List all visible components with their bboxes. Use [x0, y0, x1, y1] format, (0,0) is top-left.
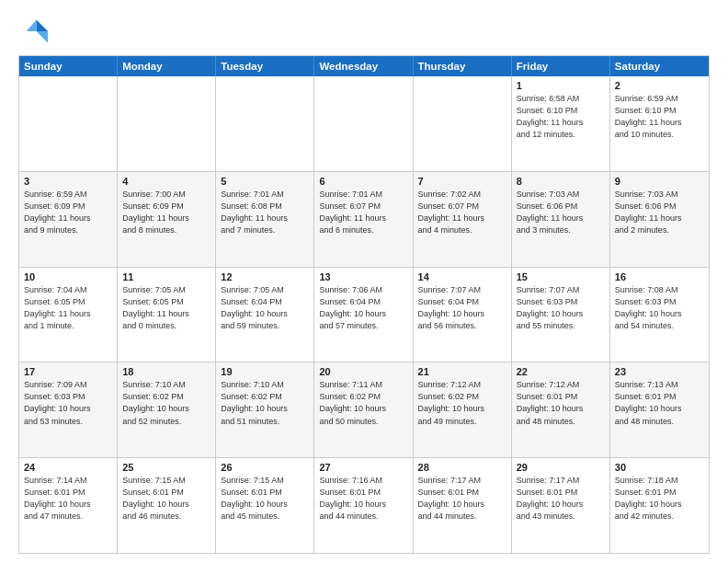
day-number: 12 [221, 271, 309, 282]
day-info: Sunrise: 7:06 AM Sunset: 6:04 PM Dayligh… [319, 284, 407, 332]
day-info: Sunrise: 7:09 AM Sunset: 6:03 PM Dayligh… [24, 379, 112, 427]
day-number: 26 [221, 462, 309, 473]
calendar-row: 10Sunrise: 7:04 AM Sunset: 6:05 PM Dayli… [19, 267, 709, 362]
calendar-cell: 16Sunrise: 7:08 AM Sunset: 6:03 PM Dayli… [610, 268, 709, 362]
day-info: Sunrise: 6:59 AM Sunset: 6:09 PM Dayligh… [24, 189, 112, 236]
calendar-row: 17Sunrise: 7:09 AM Sunset: 6:03 PM Dayli… [19, 362, 709, 457]
calendar-cell: 21Sunrise: 7:12 AM Sunset: 6:02 PM Dayli… [414, 362, 512, 457]
calendar-cell: 23Sunrise: 7:13 AM Sunset: 6:01 PM Dayli… [610, 362, 709, 457]
calendar-cell: 25Sunrise: 7:15 AM Sunset: 6:01 PM Dayli… [118, 458, 216, 553]
day-info: Sunrise: 7:01 AM Sunset: 6:07 PM Dayligh… [319, 189, 407, 236]
day-info: Sunrise: 7:18 AM Sunset: 6:01 PM Dayligh… [615, 475, 704, 523]
calendar-cell: 29Sunrise: 7:17 AM Sunset: 6:01 PM Dayli… [512, 458, 610, 553]
calendar-cell: 4Sunrise: 7:00 AM Sunset: 6:09 PM Daylig… [118, 172, 216, 267]
day-number: 23 [615, 366, 704, 377]
calendar-cell: 12Sunrise: 7:05 AM Sunset: 6:04 PM Dayli… [216, 268, 314, 362]
svg-marker-1 [37, 31, 48, 42]
calendar-cell: 30Sunrise: 7:18 AM Sunset: 6:01 PM Dayli… [610, 458, 709, 553]
day-number: 21 [418, 366, 506, 377]
day-number: 6 [319, 176, 407, 187]
header [18, 17, 710, 46]
calendar-cell: 27Sunrise: 7:16 AM Sunset: 6:01 PM Dayli… [314, 458, 413, 553]
day-number: 27 [319, 462, 407, 473]
day-number: 9 [615, 176, 704, 187]
day-number: 28 [418, 462, 506, 473]
day-number: 22 [517, 366, 605, 377]
calendar-cell: 17Sunrise: 7:09 AM Sunset: 6:03 PM Dayli… [19, 362, 118, 457]
day-info: Sunrise: 7:08 AM Sunset: 6:03 PM Dayligh… [615, 284, 704, 332]
calendar-cell [414, 76, 512, 171]
day-number: 14 [418, 271, 506, 282]
day-number: 2 [615, 80, 704, 91]
day-info: Sunrise: 7:03 AM Sunset: 6:06 PM Dayligh… [615, 189, 704, 236]
weekday-header: Friday [512, 56, 610, 76]
day-info: Sunrise: 7:05 AM Sunset: 6:05 PM Dayligh… [122, 284, 210, 332]
day-info: Sunrise: 7:11 AM Sunset: 6:02 PM Dayligh… [319, 379, 407, 427]
day-info: Sunrise: 7:12 AM Sunset: 6:02 PM Dayligh… [418, 379, 506, 427]
day-info: Sunrise: 7:16 AM Sunset: 6:01 PM Dayligh… [319, 475, 407, 523]
calendar-cell: 9Sunrise: 7:03 AM Sunset: 6:06 PM Daylig… [610, 172, 709, 267]
day-number: 13 [319, 271, 407, 282]
day-number: 25 [122, 462, 210, 473]
day-info: Sunrise: 7:05 AM Sunset: 6:04 PM Dayligh… [221, 284, 309, 332]
weekday-header: Tuesday [216, 56, 314, 76]
calendar-cell: 1Sunrise: 6:58 AM Sunset: 6:10 PM Daylig… [512, 76, 610, 171]
day-info: Sunrise: 7:17 AM Sunset: 6:01 PM Dayligh… [517, 475, 605, 523]
calendar-cell: 5Sunrise: 7:01 AM Sunset: 6:08 PM Daylig… [216, 172, 314, 267]
day-number: 1 [517, 80, 605, 91]
calendar-body: 1Sunrise: 6:58 AM Sunset: 6:10 PM Daylig… [19, 76, 709, 553]
calendar-cell: 11Sunrise: 7:05 AM Sunset: 6:05 PM Dayli… [118, 268, 216, 362]
day-info: Sunrise: 7:15 AM Sunset: 6:01 PM Dayligh… [122, 475, 210, 523]
calendar-cell: 28Sunrise: 7:17 AM Sunset: 6:01 PM Dayli… [414, 458, 512, 553]
calendar-cell [216, 76, 314, 171]
svg-marker-2 [27, 20, 37, 31]
day-number: 10 [24, 271, 112, 282]
day-info: Sunrise: 7:04 AM Sunset: 6:05 PM Dayligh… [24, 284, 112, 332]
day-info: Sunrise: 7:15 AM Sunset: 6:01 PM Dayligh… [221, 475, 309, 523]
day-info: Sunrise: 6:59 AM Sunset: 6:10 PM Dayligh… [615, 93, 704, 141]
day-number: 5 [221, 176, 309, 187]
day-info: Sunrise: 7:13 AM Sunset: 6:01 PM Dayligh… [615, 379, 704, 427]
logo [18, 17, 51, 46]
day-info: Sunrise: 7:10 AM Sunset: 6:02 PM Dayligh… [122, 379, 210, 427]
calendar-cell: 20Sunrise: 7:11 AM Sunset: 6:02 PM Dayli… [314, 362, 413, 457]
day-number: 4 [122, 176, 210, 187]
day-number: 29 [517, 462, 605, 473]
day-number: 3 [24, 176, 112, 187]
calendar-cell: 3Sunrise: 6:59 AM Sunset: 6:09 PM Daylig… [19, 172, 118, 267]
day-info: Sunrise: 7:07 AM Sunset: 6:03 PM Dayligh… [517, 284, 605, 332]
calendar-cell: 7Sunrise: 7:02 AM Sunset: 6:07 PM Daylig… [414, 172, 512, 267]
day-info: Sunrise: 7:01 AM Sunset: 6:08 PM Dayligh… [221, 189, 309, 236]
day-number: 18 [122, 366, 210, 377]
calendar-cell: 19Sunrise: 7:10 AM Sunset: 6:02 PM Dayli… [216, 362, 314, 457]
calendar-cell: 24Sunrise: 7:14 AM Sunset: 6:01 PM Dayli… [19, 458, 118, 553]
day-number: 15 [517, 271, 605, 282]
day-info: Sunrise: 7:12 AM Sunset: 6:01 PM Dayligh… [517, 379, 605, 427]
calendar-header: SundayMondayTuesdayWednesdayThursdayFrid… [19, 56, 709, 76]
calendar-cell: 26Sunrise: 7:15 AM Sunset: 6:01 PM Dayli… [216, 458, 314, 553]
day-info: Sunrise: 6:58 AM Sunset: 6:10 PM Dayligh… [517, 93, 605, 141]
calendar-row: 1Sunrise: 6:58 AM Sunset: 6:10 PM Daylig… [19, 76, 709, 171]
day-number: 17 [24, 366, 112, 377]
day-number: 8 [517, 176, 605, 187]
logo-icon [18, 17, 48, 46]
day-number: 11 [122, 271, 210, 282]
calendar-row: 24Sunrise: 7:14 AM Sunset: 6:01 PM Dayli… [19, 457, 709, 553]
calendar-cell: 22Sunrise: 7:12 AM Sunset: 6:01 PM Dayli… [512, 362, 610, 457]
calendar-cell: 14Sunrise: 7:07 AM Sunset: 6:04 PM Dayli… [414, 268, 512, 362]
day-number: 7 [418, 176, 506, 187]
calendar-row: 3Sunrise: 6:59 AM Sunset: 6:09 PM Daylig… [19, 171, 709, 267]
svg-marker-0 [37, 20, 48, 31]
weekday-header: Thursday [414, 56, 512, 76]
calendar-cell: 10Sunrise: 7:04 AM Sunset: 6:05 PM Dayli… [19, 268, 118, 362]
day-info: Sunrise: 7:02 AM Sunset: 6:07 PM Dayligh… [418, 189, 506, 236]
calendar-cell: 18Sunrise: 7:10 AM Sunset: 6:02 PM Dayli… [118, 362, 216, 457]
calendar-cell [314, 76, 413, 171]
weekday-header: Wednesday [314, 56, 413, 76]
calendar-cell: 2Sunrise: 6:59 AM Sunset: 6:10 PM Daylig… [610, 76, 709, 171]
calendar-cell [118, 76, 216, 171]
day-number: 24 [24, 462, 112, 473]
day-info: Sunrise: 7:10 AM Sunset: 6:02 PM Dayligh… [221, 379, 309, 427]
day-info: Sunrise: 7:07 AM Sunset: 6:04 PM Dayligh… [418, 284, 506, 332]
day-number: 16 [615, 271, 704, 282]
